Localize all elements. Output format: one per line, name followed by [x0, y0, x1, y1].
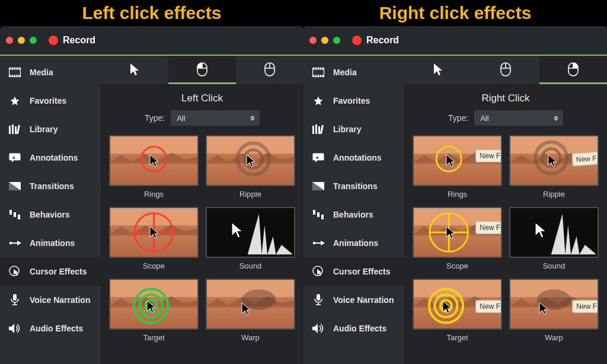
record-icon[interactable]: [49, 36, 58, 45]
library-icon: [8, 124, 21, 134]
effect-tile-ripple[interactable]: New F Ripple: [509, 135, 599, 200]
effect-tile-warp[interactable]: New F Warp: [509, 279, 599, 343]
sidebar-item-cursor-effects[interactable]: Cursor Effects: [0, 257, 101, 286]
sidebar-item-annotations[interactable]: a Annotations: [0, 143, 101, 172]
effect-tile-rings[interactable]: Rings: [109, 135, 199, 200]
type-dropdown[interactable]: All: [171, 110, 260, 126]
app-window-left: Record Media Favorites: [0, 26, 304, 364]
animations-icon: [8, 240, 21, 246]
record-icon[interactable]: [352, 36, 362, 45]
type-label: Type:: [448, 113, 468, 123]
svg-rect-6: [18, 68, 19, 69]
panel-title: Right Click: [481, 92, 529, 104]
sidebar-item-label: Audio Effects: [333, 324, 386, 333]
cursor-arrow-icon: [146, 300, 156, 313]
effect-tile-rings[interactable]: New F Rings: [413, 135, 502, 200]
tab-bar: [404, 56, 607, 84]
effect-tile-sound[interactable]: Sound: [206, 207, 295, 272]
svg-rect-62: [317, 212, 320, 217]
svg-rect-4: [13, 68, 14, 69]
headline-right: Right click effects: [304, 0, 607, 26]
svg-rect-67: [317, 294, 320, 301]
sidebar-item-media[interactable]: Media: [0, 58, 101, 87]
svg-rect-56: [318, 126, 320, 134]
sidebar-item-transitions[interactable]: Transitions: [0, 172, 101, 200]
sidebar-item-animations[interactable]: Animations: [304, 229, 404, 257]
traffic-zoom[interactable]: [333, 37, 340, 44]
effect-tile-target[interactable]: New F Target: [413, 279, 502, 343]
effect-tile-label: Scope: [413, 258, 502, 272]
sidebar-item-label: Favorites: [30, 96, 66, 106]
sidebar-item-label: Library: [30, 124, 57, 134]
svg-rect-12: [12, 124, 14, 134]
type-dropdown[interactable]: All: [474, 110, 563, 126]
cursor-arrow-icon: [129, 63, 140, 76]
sidebar-item-media[interactable]: Media: [304, 58, 404, 87]
record-label[interactable]: Record: [63, 35, 95, 46]
tab-cursor[interactable]: [101, 56, 168, 84]
svg-rect-52: [319, 75, 320, 76]
svg-rect-3: [11, 68, 12, 69]
svg-point-64: [313, 242, 315, 244]
cursor-arrow-icon: [547, 154, 558, 167]
traffic-minimize[interactable]: [321, 37, 328, 44]
sidebar-item-favorites[interactable]: Favorites: [304, 87, 404, 115]
effect-tile-sound[interactable]: Sound: [509, 207, 599, 272]
star-icon: [8, 95, 21, 106]
effect-tile-target[interactable]: Target: [109, 279, 199, 343]
traffic-minimize[interactable]: [18, 37, 25, 44]
sidebar-item-audio-effects[interactable]: Audio Effects: [304, 314, 404, 343]
cursor-arrow-icon: [149, 154, 159, 167]
svg-rect-24: [13, 294, 17, 301]
effect-tile-scope[interactable]: Scope: [109, 207, 199, 272]
effect-tile-warp[interactable]: Warp: [206, 279, 295, 343]
svg-rect-48: [319, 68, 320, 69]
sidebar-item-library[interactable]: Library: [0, 115, 101, 143]
sidebar-item-transitions[interactable]: Transitions: [304, 172, 404, 200]
traffic-close[interactable]: [309, 37, 317, 44]
sidebar-item-voice-narration[interactable]: Voice Narration: [304, 286, 404, 314]
sidebar-item-label: Animations: [333, 238, 378, 248]
svg-rect-47: [317, 68, 318, 69]
animations-icon: [312, 240, 325, 246]
transitions-icon: [8, 182, 21, 190]
svg-rect-54: [312, 126, 314, 134]
cursor-arrow-icon: [534, 222, 548, 239]
sidebar-item-annotations[interactable]: a Annotations: [304, 143, 404, 172]
record-label[interactable]: Record: [366, 35, 399, 46]
effect-tile-label: Target: [413, 330, 502, 343]
annotations-icon: a: [312, 153, 325, 162]
tab-right-click[interactable]: [539, 56, 607, 84]
effect-tile-scope[interactable]: New F Scope: [413, 207, 502, 272]
cursor-effects-icon: [312, 266, 325, 277]
sidebar-item-label: Animations: [30, 238, 75, 248]
mouse-right-icon: [568, 62, 579, 76]
headline-left: Left click effects: [0, 0, 304, 26]
sidebar-item-cursor-effects[interactable]: Cursor Effects: [304, 257, 404, 286]
svg-rect-61: [313, 210, 315, 215]
traffic-zoom[interactable]: [30, 37, 37, 44]
sidebar-item-behaviors[interactable]: Behaviors: [0, 200, 101, 229]
sidebar-item-audio-effects[interactable]: Audio Effects: [0, 314, 101, 343]
tab-cursor[interactable]: [404, 56, 472, 84]
microphone-icon: [8, 294, 21, 306]
sidebar-item-library[interactable]: Library: [304, 115, 404, 143]
effect-tile-ripple[interactable]: Ripple: [206, 135, 295, 200]
svg-text:a: a: [12, 155, 15, 160]
media-icon: [312, 68, 325, 77]
traffic-close[interactable]: [6, 37, 13, 44]
sidebar-item-animations[interactable]: Animations: [0, 229, 101, 257]
effect-tile-label: Rings: [109, 186, 199, 200]
sidebar-item-favorites[interactable]: Favorites: [0, 87, 101, 115]
tab-right-click[interactable]: [236, 56, 304, 84]
annotations-icon: a: [8, 153, 21, 162]
type-dropdown-value: All: [480, 114, 488, 123]
sidebar-item-voice-narration[interactable]: Voice Narration: [0, 286, 101, 314]
sidebar-item-label: Annotations: [333, 153, 382, 162]
tab-bar: [101, 56, 304, 84]
tab-left-click[interactable]: [168, 56, 236, 84]
tab-left-click[interactable]: [472, 56, 539, 84]
sidebar-item-behaviors[interactable]: Behaviors: [304, 200, 404, 229]
cursor-arrow-icon: [433, 63, 443, 76]
svg-rect-46: [314, 68, 315, 69]
